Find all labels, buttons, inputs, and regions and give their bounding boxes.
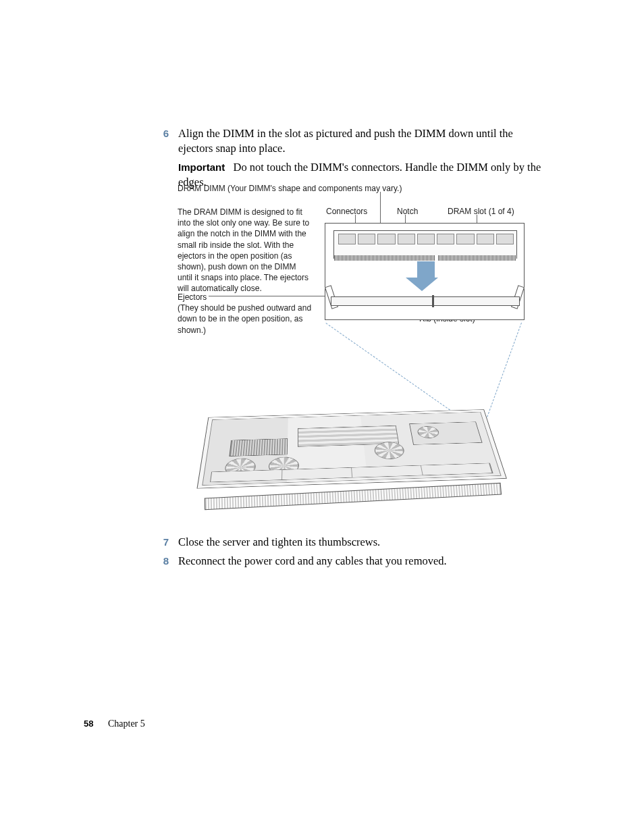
leader-line-title — [380, 192, 381, 224]
ejectors-title: Ejectors — [178, 292, 207, 302]
label-notch: Notch — [397, 207, 418, 216]
figure-title: DRAM DIMM (Your DIMM's shape and compone… — [178, 184, 402, 193]
dimm-diagram — [325, 223, 525, 320]
psu-icon — [409, 421, 482, 444]
page-number: 58 — [84, 719, 93, 729]
ejectors-note: (They should be pushed outward and down … — [178, 303, 311, 334]
dimm-notch-icon — [435, 255, 438, 261]
figure: DRAM DIMM (Your DIMM's shape and compone… — [178, 184, 529, 528]
step-text: Close the server and tighten its thumbsc… — [169, 535, 547, 550]
dimm-chips-icon — [338, 234, 514, 244]
dimm-pins-icon — [334, 255, 516, 261]
step-8: 8 Reconnect the power cord and any cable… — [154, 554, 547, 569]
step-number: 8 — [154, 554, 169, 567]
chapter-label: Chapter 5 — [108, 719, 145, 729]
arrow-down-icon — [413, 261, 438, 291]
step-number: 6 — [154, 126, 169, 139]
psu-fan-icon — [417, 426, 440, 439]
figure-instructions: The DRAM DIMM is designed to fit into th… — [178, 207, 313, 294]
step-text: Align the DIMM in the slot as pictured a… — [169, 126, 547, 157]
label-dram-slot: DRAM slot (1 of 4) — [448, 207, 514, 216]
step-text: Reconnect the power cord and any cables … — [169, 554, 547, 569]
step-6: 6 Align the DIMM in the slot as pictured… — [154, 126, 547, 157]
page-footer: 58 Chapter 5 — [84, 719, 145, 729]
server-interior-icon — [202, 412, 501, 486]
server-illustration — [178, 335, 529, 524]
heatsink-icon — [229, 438, 288, 457]
step-number: 7 — [154, 535, 169, 548]
fan-icon — [373, 442, 405, 460]
step-7: 7 Close the server and tighten its thumb… — [154, 535, 547, 550]
dram-slot-icon — [331, 296, 520, 306]
page: 6 Align the DIMM in the slot as pictured… — [0, 0, 644, 834]
label-ejectors: Ejectors (They should be pushed outward … — [178, 292, 319, 336]
server-chassis-icon — [196, 409, 506, 488]
leader-line-ejector — [209, 296, 327, 296]
dimm-module-icon — [333, 230, 517, 259]
important-label: Important — [178, 161, 225, 173]
slot-rib-icon — [432, 295, 434, 307]
label-connectors: Connectors — [326, 207, 367, 216]
